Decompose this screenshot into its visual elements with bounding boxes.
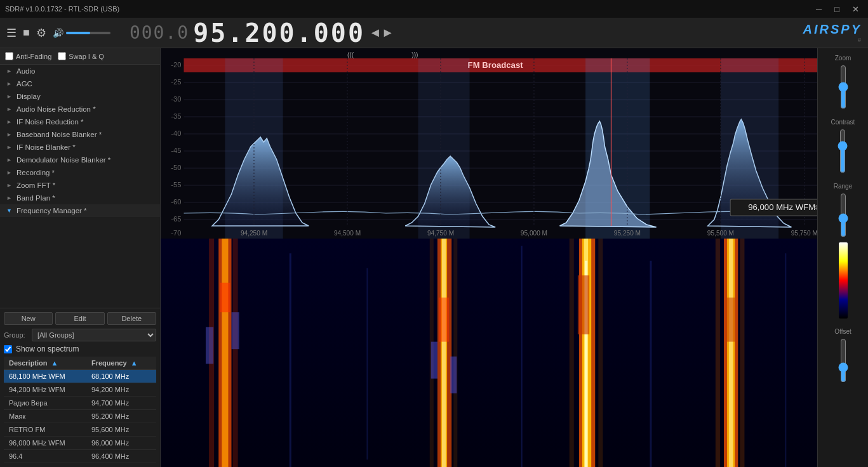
cell-description: Маяк: [4, 410, 86, 423]
sidebar-item-4[interactable]: ► IF Noise Reduction *: [0, 115, 160, 128]
delete-button[interactable]: Delete: [107, 312, 156, 325]
cell-frequency: 95,200 MHz: [86, 410, 156, 423]
close-button[interactable]: ✕: [848, 3, 863, 15]
svg-rect-80: [521, 246, 523, 467]
range-slider[interactable]: [837, 193, 850, 237]
svg-text:-55: -55: [171, 181, 181, 188]
waterfall-area[interactable]: [161, 239, 817, 467]
offset-label: Offset: [834, 328, 851, 335]
svg-text:-20: -20: [171, 61, 181, 69]
sidebar-item-0[interactable]: ► Audio: [0, 65, 160, 77]
sidebar-item-label-10: Band Plan *: [17, 194, 55, 202]
sidebar-item-7[interactable]: ► Demodulator Noise Blanker *: [0, 154, 160, 166]
waterfall-svg: [161, 239, 817, 467]
svg-rect-71: [598, 239, 603, 467]
svg-text:95,750 M: 95,750 M: [791, 230, 817, 237]
sort-arrow-freq: ▲: [131, 359, 138, 367]
menu-icon[interactable]: ☰: [6, 26, 17, 40]
sidebar-top-controls: Anti-Fading Swap I & Q: [0, 48, 160, 65]
volume-fill: [66, 32, 91, 34]
freq-manager-buttons: New Edit Delete: [4, 312, 156, 325]
volume-slider[interactable]: [66, 32, 110, 34]
svg-rect-55: [232, 312, 239, 349]
new-button[interactable]: New: [4, 312, 53, 325]
table-row[interactable]: RETRO FM 95,600 MHz: [4, 423, 156, 437]
show-spectrum-checkbox[interactable]: [4, 345, 12, 353]
svg-text:-70: -70: [171, 229, 181, 237]
table-row[interactable]: 94,200 MHz WFM 94,200 MHz: [4, 383, 156, 397]
edit-button[interactable]: Edit: [55, 312, 104, 325]
svg-rect-60: [439, 298, 449, 342]
sidebar-item-label-1: AGC: [17, 80, 32, 88]
sidebar-arrow-4: ►: [6, 119, 13, 125]
volume-control: 🔊: [53, 28, 110, 38]
group-select[interactable]: [All Groups]: [32, 329, 156, 341]
settings-icon[interactable]: ⚙: [36, 26, 46, 40]
sidebar: Anti-Fading Swap I & Q ► Audio ► AGC ► D…: [0, 48, 161, 467]
svg-text:-35: -35: [171, 112, 181, 120]
freq-arrows[interactable]: ◄►: [369, 25, 394, 40]
table-row[interactable]: 68,100 MHz WFM 68,100 MHz: [4, 370, 156, 383]
table-row[interactable]: 96,000 MHz WFM 96,000 MHz: [4, 437, 156, 450]
zoom-slider[interactable]: [837, 65, 850, 109]
col-description[interactable]: Description ▲: [4, 357, 86, 370]
sidebar-item-label-4: IF Noise Reduction *: [17, 118, 83, 126]
sidebar-item-6[interactable]: ► IF Noise Blanker *: [0, 141, 160, 154]
sidebar-item-9[interactable]: ► Zoom FFT *: [0, 179, 160, 192]
anti-fading-input[interactable]: [5, 52, 13, 60]
svg-text:94,500 M: 94,500 M: [334, 230, 361, 237]
group-label: Group:: [4, 331, 28, 339]
sidebar-item-1[interactable]: ► AGC: [0, 77, 160, 90]
swap-iq-input[interactable]: [58, 52, 66, 60]
offset-control: Offset: [834, 328, 851, 383]
offset-slider[interactable]: [837, 338, 850, 383]
table-header-row: Description ▲ Frequency ▲: [4, 357, 156, 370]
svg-text:-65: -65: [171, 215, 181, 223]
svg-text:96,000 MHz WFM: 96,000 MHz WFM: [748, 202, 815, 212]
sidebar-item-10[interactable]: ► Band Plan *: [0, 192, 160, 204]
maximize-button[interactable]: □: [831, 3, 843, 15]
svg-rect-76: [740, 239, 744, 467]
titlebar: SDR# v1.0.0.1732 - RTL-SDR (USB) ─ □ ✕: [0, 0, 868, 18]
sidebar-arrow-1: ►: [6, 81, 13, 87]
sidebar-item-label-6: IF Noise Blanker *: [17, 143, 76, 151]
sidebar-item-8[interactable]: ► Recording *: [0, 166, 160, 179]
sidebar-arrow-5: ►: [6, 131, 13, 138]
col-frequency[interactable]: Frequency ▲: [86, 357, 156, 370]
sidebar-item-11[interactable]: ▼ Frequency Manager *: [0, 204, 160, 217]
cell-description: RETRO FM: [4, 423, 86, 437]
contrast-slider[interactable]: [836, 129, 849, 173]
cell-description: Радио Вера: [4, 397, 86, 410]
spectrum-area[interactable]: -20 -25 -30 -35 -40 -45 -50 -55 -60 -65 …: [161, 48, 817, 239]
svg-text:-25: -25: [171, 78, 181, 86]
sidebar-item-3[interactable]: ► Audio Noise Reduction *: [0, 103, 160, 115]
sidebar-arrow-8: ►: [6, 169, 13, 176]
anti-fading-checkbox[interactable]: Anti-Fading: [5, 52, 51, 60]
svg-rect-74: [729, 239, 733, 467]
contrast-label: Contrast: [831, 119, 855, 126]
cell-description: 68,100 MHz WFM: [4, 370, 86, 383]
toolbar: ☰ ■ ⚙ 🔊 000.0 95.200.000 ◄► AIRSPY #: [0, 18, 868, 48]
sidebar-item-2[interactable]: ► Display: [0, 90, 160, 103]
table-row[interactable]: Маяк 95,200 MHz: [4, 410, 156, 423]
sidebar-item-5[interactable]: ► Baseband Noise Blanker *: [0, 128, 160, 141]
table-row[interactable]: Радио Вера 94,700 MHz: [4, 397, 156, 410]
svg-rect-77: [726, 298, 735, 342]
contrast-control: Contrast: [831, 119, 855, 173]
svg-rect-79: [366, 268, 368, 459]
table-row[interactable]: 96.4 96,400 MHz: [4, 450, 156, 463]
svg-rect-75: [716, 239, 720, 467]
sidebar-arrow-9: ►: [6, 182, 13, 188]
sort-arrow-desc: ▲: [51, 359, 58, 367]
stop-icon[interactable]: ■: [23, 26, 30, 39]
frequency-display: 000.0 95.200.000 ◄►: [130, 18, 394, 48]
minimize-button[interactable]: ─: [812, 3, 825, 15]
sidebar-item-label-0: Audio: [17, 67, 35, 75]
spectrum-svg: -20 -25 -30 -35 -40 -45 -50 -55 -60 -65 …: [161, 48, 817, 239]
right-controls: Zoom Contrast Range Offset: [817, 48, 868, 467]
swap-iq-checkbox[interactable]: Swap I & Q: [58, 52, 104, 60]
volume-icon[interactable]: 🔊: [53, 28, 63, 38]
svg-text:95,000 M: 95,000 M: [521, 230, 547, 237]
sidebar-arrow-11: ▼: [6, 207, 13, 214]
window-controls: ─ □ ✕: [812, 3, 863, 15]
